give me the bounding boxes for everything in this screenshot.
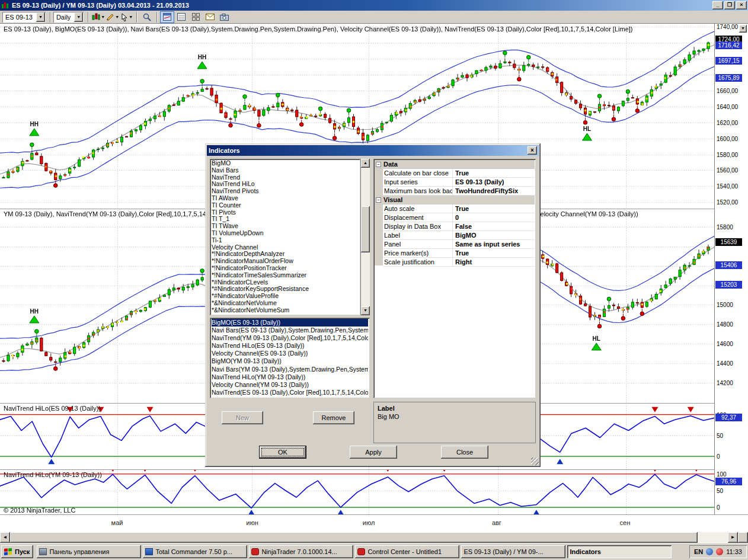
property-value[interactable]: BigMO [453, 231, 535, 239]
resize-grip[interactable] [531, 457, 539, 465]
time-axis[interactable]: майиюниюлавгсен [0, 514, 714, 532]
panel-splitter[interactable] [0, 469, 748, 470]
property-row[interactable]: LabelBigMO [383, 231, 535, 240]
property-row[interactable]: Input seriesES 09-13 (Daily) [383, 178, 535, 187]
property-row[interactable]: Auto scaleTrue [383, 204, 535, 213]
available-indicator-item[interactable]: TI Counter [212, 202, 359, 209]
collapse-icon[interactable]: − [376, 197, 381, 203]
property-row[interactable]: Calculate on bar closeTrue [383, 169, 535, 178]
taskbar-button-2[interactable]: NinjaTrader 7.0.1000.14... [249, 545, 353, 558]
start-button[interactable]: Пуск [1, 545, 33, 558]
available-indicator-item[interactable]: Navi Bars [212, 167, 359, 174]
taskbar-button-5[interactable]: Indicators [567, 545, 672, 558]
applied-indicator-item[interactable]: BigMO(ES 09-13 (Daily)) [212, 319, 368, 327]
ninjatrader-tray-icon[interactable] [716, 548, 723, 555]
volume-tray-icon[interactable] [706, 548, 713, 555]
scroll-down-icon[interactable]: ▼ [361, 306, 370, 315]
instrument-selector[interactable]: ES 09-13 ▼ [2, 12, 46, 23]
taskbar-button-1[interactable]: Total Commander 7.50 p... [143, 545, 247, 558]
language-indicator[interactable]: EN [694, 548, 703, 555]
new-button[interactable]: New [222, 411, 263, 424]
scroll-up-icon[interactable]: ▲ [361, 159, 370, 168]
applied-indicator-item[interactable]: BigMO(YM 09-13 (Daily)) [212, 357, 368, 365]
property-value[interactable]: False [453, 222, 535, 231]
taskbar-button-4[interactable]: ES 09-13 (Daily) / YM 09-... [461, 545, 565, 558]
hilo-ym-chart-canvas[interactable] [0, 469, 714, 514]
available-indicator-item[interactable]: *#NindicatorCLevels [212, 279, 359, 286]
apply-button[interactable]: Apply [350, 446, 397, 459]
available-indicator-item[interactable]: *!NindicatorManualOrderFlow [212, 258, 359, 265]
property-row[interactable]: Displacement0 [383, 213, 535, 222]
property-section-header[interactable]: −Visual [375, 196, 535, 204]
axis-scroll-button[interactable]: ▼ [739, 25, 747, 33]
maximize-icon[interactable]: ❐ [724, 1, 735, 9]
bar-type-button[interactable]: ▼ [91, 11, 106, 23]
property-section-header[interactable]: −Data [375, 160, 535, 169]
available-indicator-item[interactable]: *!NindicatorPositionTracker [212, 265, 359, 272]
available-indicator-item[interactable]: NaviTrend [212, 174, 359, 181]
property-value[interactable]: ES 09-13 (Daily) [453, 178, 535, 186]
property-value[interactable]: Right [453, 258, 535, 266]
property-row[interactable]: Maximum bars look backTwoHundredFiftySix [383, 187, 535, 196]
property-value[interactable]: Same as input series [453, 240, 535, 248]
drawing-tools-button[interactable]: ▼ [106, 11, 120, 23]
property-value[interactable]: TwoHundredFiftySix [453, 187, 535, 195]
available-indicator-item[interactable]: *#NindicatorKeySupportResistance [212, 286, 359, 293]
available-indicator-item[interactable]: TI AWave [212, 195, 359, 202]
available-indicator-item[interactable]: *&NindicatorNetVolumeSum [212, 307, 359, 314]
mail-button[interactable] [203, 11, 217, 23]
chevron-down-icon[interactable]: ▼ [74, 12, 83, 22]
property-row[interactable]: Price marker(s)True [383, 249, 535, 258]
available-indicator-item[interactable]: BigMO [212, 160, 359, 167]
applied-indicator-item[interactable]: Velocity Channel(YM 09-13 (Daily)) [212, 381, 368, 389]
available-list-scrollbar[interactable]: ▲ ▼ [360, 159, 370, 315]
applied-indicator-item[interactable]: Navi Bars(ES 09-13 (Daily),System.Drawin… [212, 327, 368, 334]
close-button[interactable]: Close [441, 446, 488, 459]
property-row[interactable]: PanelSame as input series [383, 240, 535, 249]
property-value[interactable]: True [453, 169, 535, 177]
window-titlebar[interactable]: ES 09-13 (Daily) / YM 09-13 (Daily) 03.0… [0, 0, 748, 11]
scrollbar-thumb[interactable] [10, 532, 698, 543]
chevron-down-icon[interactable]: ▼ [36, 12, 45, 22]
available-indicator-item[interactable]: *!NindicatorTimeSalesSummarizer [212, 272, 359, 279]
available-indicator-item[interactable]: TI T_1 [212, 216, 359, 223]
dialog-titlebar[interactable]: Indicators × [207, 145, 539, 156]
close-icon[interactable]: × [528, 146, 537, 155]
available-indicator-item[interactable]: NaviTrend HiLo [212, 181, 359, 188]
ok-button[interactable]: OK [259, 446, 306, 459]
remove-button[interactable]: Remove [313, 411, 354, 424]
available-indicator-item[interactable]: TI Pivots [212, 209, 359, 216]
property-value[interactable]: 0 [453, 213, 535, 222]
property-row[interactable]: Scale justificationRight [383, 258, 535, 267]
available-indicator-item[interactable]: *&NindicatorNetVolume [212, 300, 359, 307]
price-axis[interactable]: 1740,001660,001640,001620,001600,001580,… [714, 24, 748, 514]
available-indicator-item[interactable]: TI TWave [212, 223, 359, 230]
applied-indicator-item[interactable]: NaviTrend(YM 09-13 (Daily),Color [Red],1… [212, 334, 368, 342]
chart-window-button[interactable] [160, 11, 174, 23]
cursor-button[interactable]: ▼ [120, 11, 134, 23]
available-indicator-item[interactable]: Ti-1 [212, 237, 359, 244]
interval-selector[interactable]: Daily ▼ [53, 12, 84, 23]
available-indicator-item[interactable]: TI VolumeUpDown [212, 230, 359, 237]
snapshot-button[interactable] [217, 11, 231, 23]
applied-indicator-item[interactable]: NaviTrend(ES 09-13 (Daily),Color [Red],1… [212, 389, 368, 396]
data-box-button[interactable] [174, 11, 188, 23]
scroll-right-icon[interactable]: ► [728, 532, 738, 543]
available-indicator-item[interactable]: Velocity Channel [212, 244, 359, 251]
available-indicators-list[interactable]: BigMONavi BarsNaviTrendNaviTrend HiLoNav… [210, 159, 360, 315]
collapse-icon[interactable]: − [376, 162, 381, 167]
grid-button[interactable] [188, 11, 203, 23]
applied-indicator-item[interactable]: NaviTrend HiLo(ES 09-13 (Daily)) [212, 342, 368, 350]
applied-indicator-item[interactable]: Velocity Channel(ES 09-13 (Daily)) [212, 350, 368, 357]
available-indicator-item[interactable]: *!NindicatorDepthAnalyzer [212, 251, 359, 258]
scroll-left-icon[interactable]: ◄ [0, 532, 10, 543]
zoom-button[interactable] [140, 11, 154, 23]
property-value[interactable]: True [453, 249, 535, 257]
available-indicator-item[interactable]: NaviTrend Pivots [212, 188, 359, 195]
minimize-icon[interactable]: _ [712, 1, 723, 9]
taskbar-button-3[interactable]: Control Center - Untitled1 [355, 545, 459, 558]
property-row[interactable]: Display in Data BoxFalse [383, 222, 535, 231]
applied-indicator-item[interactable]: Navi Bars(YM 09-13 (Daily),System.Drawin… [212, 366, 368, 373]
property-value[interactable]: True [453, 204, 535, 213]
close-icon[interactable]: × [736, 1, 747, 9]
